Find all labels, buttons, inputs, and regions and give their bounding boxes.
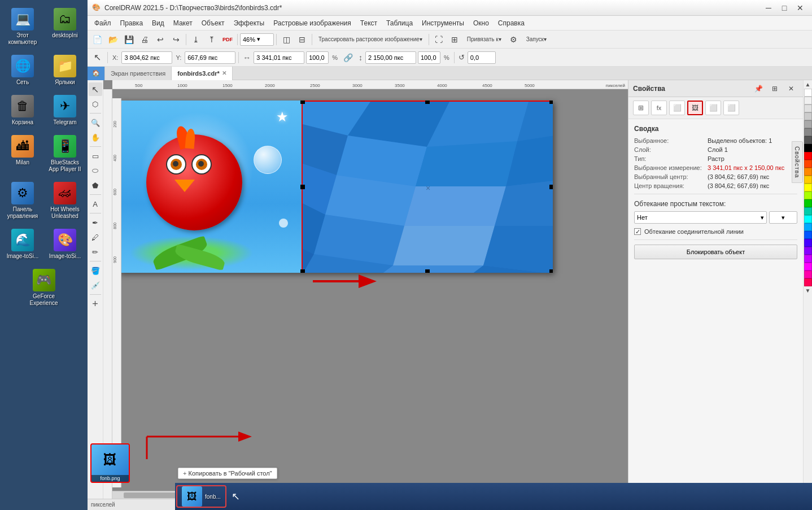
freehand-tool[interactable]: ✏ xyxy=(89,245,102,259)
menu-edit[interactable]: Правка xyxy=(116,18,148,29)
props-tab-shape[interactable]: ⬜ xyxy=(669,101,685,115)
props-tab-extra[interactable]: ⬜ xyxy=(723,101,739,115)
handle-top-left[interactable] xyxy=(300,101,305,104)
color-swatch-sky[interactable] xyxy=(804,223,812,231)
desktop-icon-telegram[interactable]: ✈ Telegram xyxy=(45,93,85,128)
color-swatch-yellow-green[interactable] xyxy=(804,191,812,199)
handle-bot-left[interactable] xyxy=(300,269,305,273)
color-swatch-pink[interactable] xyxy=(804,271,812,278)
coord-x-input[interactable] xyxy=(121,51,172,64)
props-expand-btn[interactable]: ⊞ xyxy=(767,82,782,95)
zoom-dropdown[interactable]: 46% ▾ xyxy=(240,33,274,46)
bezier-tool[interactable]: 🖊 xyxy=(89,230,102,244)
desktop-icon-bluestacks[interactable]: 📱 BlueStacks App Player II xyxy=(45,133,85,175)
color-swatch-green[interactable] xyxy=(804,199,812,207)
color-swatch-purple[interactable] xyxy=(804,255,812,263)
props-tab-image[interactable]: 🖼 xyxy=(687,101,703,115)
handle-mid-right[interactable] xyxy=(549,185,553,189)
close-button[interactable]: ✕ xyxy=(793,2,807,14)
palette-down-arrow[interactable]: ▼ xyxy=(804,286,812,295)
desktop-icon-edge[interactable]: 🌊 Image-toSi... xyxy=(3,226,42,262)
menu-tools[interactable]: Инструменты xyxy=(417,18,469,29)
wrapping-extra-input[interactable]: ▾ xyxy=(769,211,797,224)
color-swatch-cyan[interactable] xyxy=(804,215,812,223)
color-swatch-blue[interactable] xyxy=(804,231,812,239)
color-swatch-yellow[interactable] xyxy=(804,184,812,191)
selected-image[interactable]: × xyxy=(302,101,553,273)
width-input[interactable] xyxy=(254,51,304,64)
select-tool-tb[interactable]: ↖ xyxy=(90,51,104,64)
handle-bot-center[interactable] xyxy=(425,269,430,273)
export-btn[interactable]: ⤒ xyxy=(204,33,219,46)
save-btn[interactable]: 💾 xyxy=(121,33,136,46)
pan-tool[interactable]: ✋ xyxy=(89,130,102,144)
tab-home[interactable]: 🏠 xyxy=(88,67,105,80)
desktop-icon-panel[interactable]: ⚙ Панель управления xyxy=(3,180,42,222)
props-tab-grid[interactable]: ⊞ xyxy=(633,101,649,115)
open-btn[interactable]: 📂 xyxy=(106,33,120,46)
redo-btn[interactable]: ↪ xyxy=(169,33,184,46)
add-page-btn[interactable]: + xyxy=(89,297,102,311)
maximize-button[interactable]: □ xyxy=(777,2,792,14)
taskbar-fonbird-item[interactable]: 🖼 fonb... xyxy=(176,485,226,508)
color-swatch-rose[interactable] xyxy=(804,278,812,286)
node-tool[interactable]: ⬡ xyxy=(89,97,102,111)
color-swatch-white[interactable] xyxy=(804,89,812,97)
fullscreen-btn[interactable]: ⛶ xyxy=(431,33,446,46)
wrapping-checkbox[interactable]: ✓ xyxy=(634,228,641,235)
desktop-icon-milan[interactable]: 🏙 Milan xyxy=(3,133,42,175)
desktop-icon-desktopini[interactable]: 🗂 desktopIni xyxy=(45,6,85,48)
tab-file[interactable]: fonbirds3.cdr* ✕ xyxy=(172,67,233,80)
canvas-content[interactable]: ★ xyxy=(112,89,628,487)
sidebar-properties-tab[interactable]: Свойства xyxy=(792,141,803,183)
undo-btn[interactable]: ↩ xyxy=(153,33,168,46)
lock-ratio-btn[interactable]: 🔗 xyxy=(341,51,356,64)
props-tab-fx[interactable]: fx xyxy=(651,101,667,115)
color-swatch-gray2[interactable] xyxy=(804,112,812,120)
handle-top-right[interactable] xyxy=(549,101,553,104)
block-object-btn[interactable]: Блокировать объект xyxy=(634,245,797,259)
desktop-icon-trash[interactable]: 🗑 Корзина xyxy=(3,93,42,128)
snap-btn[interactable]: Привязать к ▾ xyxy=(463,33,505,46)
new-btn[interactable]: 📄 xyxy=(90,33,104,46)
dropper-tool[interactable]: 💉 xyxy=(89,278,102,292)
pdf-btn[interactable]: PDF xyxy=(220,33,235,46)
rect-tool[interactable]: ▭ xyxy=(89,149,102,163)
coord-y-input[interactable] xyxy=(185,51,235,64)
launch-btn[interactable]: Запуск ▾ xyxy=(522,33,551,46)
palette-up-arrow[interactable]: ▲ xyxy=(804,80,812,89)
tab-welcome[interactable]: Экран приветствия xyxy=(105,67,172,80)
grid-btn[interactable]: ⊞ xyxy=(447,33,462,46)
taskbar-fonbird-box[interactable]: 🖼 fonb.png xyxy=(90,443,130,483)
desktop-icon-hotwheels[interactable]: 🏎 Hot Wheels Unleashed xyxy=(45,180,85,222)
menu-raster[interactable]: Растровые изображения xyxy=(269,18,356,29)
color-swatch-orange[interactable] xyxy=(804,168,812,176)
menu-view[interactable]: Вид xyxy=(147,18,169,29)
color-swatch-gray5[interactable] xyxy=(804,136,812,144)
color-swatch-violet[interactable] xyxy=(804,247,812,255)
color-swatch-teal[interactable] xyxy=(804,207,812,215)
height-pct-input[interactable] xyxy=(418,51,440,64)
rotation-input[interactable] xyxy=(468,51,496,64)
mirror-v-btn[interactable]: ⊟ xyxy=(295,33,309,46)
select-tool[interactable]: ↖ xyxy=(89,82,102,96)
ellipse-tool[interactable]: ⬭ xyxy=(89,164,102,177)
trace-btn[interactable]: Трассировать растровое изображение ▾ xyxy=(315,33,426,46)
settings-btn[interactable]: ⚙ xyxy=(507,33,521,46)
zoom-tool[interactable]: 🔍 xyxy=(89,116,102,129)
desktop-icon-network[interactable]: 🌐 Сеть xyxy=(3,53,42,88)
color-swatch-lgray[interactable] xyxy=(804,97,812,104)
fill-tool[interactable]: 🪣 xyxy=(89,264,102,277)
props-tab-text[interactable]: ⬜ xyxy=(705,101,721,115)
menu-file[interactable]: Файл xyxy=(90,18,116,29)
desktop-icon-imageto[interactable]: 🎨 Image-toSi... xyxy=(45,226,85,262)
color-swatch-orange-red[interactable] xyxy=(804,160,812,168)
color-swatch-red[interactable] xyxy=(804,152,812,160)
menu-object[interactable]: Объект xyxy=(197,18,229,29)
wrapping-dropdown[interactable]: Нет ▾ xyxy=(634,211,767,224)
color-swatch-gray1[interactable] xyxy=(804,104,812,112)
height-input[interactable] xyxy=(365,51,416,64)
color-swatch-gray4[interactable] xyxy=(804,128,812,136)
color-swatch-magenta[interactable] xyxy=(804,263,812,271)
mirror-h-btn[interactable]: ◫ xyxy=(279,33,294,46)
